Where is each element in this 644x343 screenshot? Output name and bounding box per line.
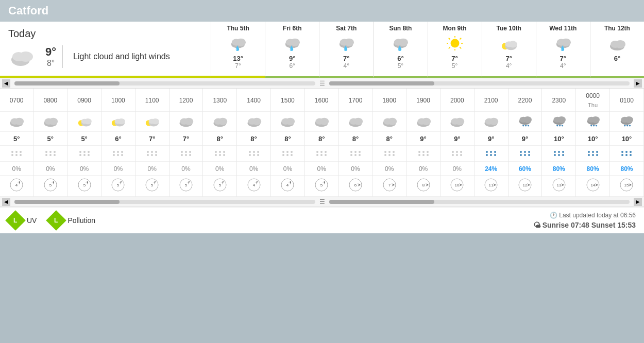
hour-rain-pct-5: 0%: [169, 162, 203, 176]
svg-text:5: 5: [117, 183, 120, 187]
day-temp-high: 6°: [376, 55, 425, 62]
day-icon: 💧: [321, 34, 371, 53]
hour-label-10: 1700: [338, 89, 372, 112]
hour-icon-2: [67, 112, 101, 132]
hour-wind-8: 4: [270, 176, 304, 197]
hour-rain-icon-1: [33, 146, 67, 162]
svg-point-101: [587, 117, 595, 123]
svg-point-191: [460, 151, 462, 153]
hour-label-3: 1000: [101, 89, 135, 112]
svg-point-34: [557, 39, 566, 46]
svg-point-193: [456, 154, 458, 156]
hour-temp-3: 6°: [101, 132, 135, 146]
svg-point-121: [49, 154, 52, 156]
hour-rain-pct-2: 0%: [67, 162, 101, 176]
hourly-temp-row: 5°5°5°6°7°7°8°8°8°8°8°8°9°9°9°9°10°10°10…: [0, 132, 644, 146]
svg-point-126: [79, 154, 81, 156]
hour-wind-1: 5: [33, 176, 67, 197]
svg-point-196: [490, 151, 492, 153]
hour-rain-icon-4: [135, 146, 169, 162]
svg-point-214: [592, 151, 594, 153]
hour-rain-pct-14: 24%: [474, 162, 508, 176]
svg-point-113: [20, 151, 22, 153]
svg-point-122: [54, 154, 56, 156]
svg-point-153: [249, 151, 251, 153]
svg-point-176: [359, 154, 361, 156]
svg-point-103: [593, 125, 595, 126]
hour-wind-10: 6: [338, 176, 372, 197]
svg-point-123: [79, 151, 81, 153]
svg-point-107: [621, 117, 629, 123]
forecast-day-0[interactable]: Thu 5th 💧 13° 7°: [211, 22, 265, 78]
day-temp-low: 5°: [376, 62, 425, 70]
hourly-table: 0700080009001000110012001300140015001600…: [0, 89, 644, 197]
svg-point-89: [519, 117, 527, 123]
svg-point-56: [149, 119, 156, 124]
forecast-day-5[interactable]: Tue 10th 7° 4°: [482, 22, 536, 78]
hour-temp-12: 9°: [406, 132, 440, 146]
svg-point-189: [452, 151, 454, 153]
svg-point-180: [384, 154, 386, 156]
today-details: 9° 8° Light cloud and light winds: [8, 44, 202, 70]
svg-point-145: [185, 154, 187, 156]
svg-point-134: [121, 154, 123, 156]
scroll-right-btn[interactable]: ▶: [634, 79, 642, 88]
svg-marker-265: [459, 183, 462, 186]
svg-text:10: 10: [455, 183, 460, 187]
day-label: Thu 12th: [592, 25, 642, 32]
day-label: Mon 9th: [430, 25, 480, 32]
svg-point-188: [427, 154, 429, 156]
location-title: Catford: [8, 4, 48, 17]
svg-point-166: [320, 151, 323, 153]
scroll-thumb2: [329, 81, 434, 85]
forecast-day-1[interactable]: Fri 6th 💧 9° 6°: [265, 22, 319, 78]
hour-rain-icon-13: [440, 146, 474, 162]
day-temp-low: 5°: [430, 62, 480, 70]
hour-label-11: 1800: [372, 89, 406, 112]
bottom-scrollbar[interactable]: ◀ ☰ ▶: [0, 197, 644, 207]
hour-icon-13: [440, 112, 474, 132]
forecast-day-2[interactable]: Sat 7th 💧 7° 4°: [319, 22, 374, 78]
hour-wind-15: 12: [508, 176, 542, 197]
svg-point-108: [624, 125, 626, 126]
svg-point-185: [427, 151, 429, 153]
svg-point-208: [558, 151, 560, 153]
day-temp-high: 7°: [538, 55, 588, 62]
top-scrollbar[interactable]: ◀ ☰ ▶: [0, 78, 644, 89]
svg-point-41: [11, 118, 19, 125]
hour-label-16: 2300: [542, 89, 576, 112]
hour-wind-3: 5: [101, 176, 135, 197]
hour-rain-pct-16: 80%: [542, 162, 576, 176]
bottom-scroll-right-btn[interactable]: ▶: [634, 198, 642, 206]
hour-label-8: 1500: [270, 89, 304, 112]
hour-label-5: 1200: [169, 89, 203, 112]
svg-point-125: [88, 151, 90, 153]
day-icon: 💧: [538, 34, 588, 53]
svg-point-91: [525, 125, 527, 126]
hour-label-2: 0900: [67, 89, 101, 112]
svg-point-98: [562, 125, 563, 126]
forecast-day-3[interactable]: Sun 8th 💧 6° 5°: [374, 22, 428, 78]
hourly-time-row: 0700080009001000110012001300140015001600…: [0, 89, 644, 112]
day-temp-high: 13°: [213, 55, 263, 62]
forecast-day-4[interactable]: Mon 9th 7° 5°: [428, 22, 482, 78]
svg-point-182: [393, 154, 395, 156]
hour-temp-5: 7°: [169, 132, 203, 146]
bottom-scroll-left-btn[interactable]: ◀: [2, 198, 10, 206]
hour-label-1: 0800: [33, 89, 67, 112]
hour-rain-pct-15: 60%: [508, 162, 542, 176]
svg-point-216: [588, 154, 590, 156]
svg-point-156: [249, 154, 251, 156]
svg-point-162: [282, 154, 284, 156]
svg-point-163: [286, 154, 289, 156]
hour-icon-12: [406, 112, 440, 132]
svg-point-96: [556, 125, 558, 126]
forecast-day-7[interactable]: Thu 12th 6°: [590, 22, 644, 78]
scroll-left-btn[interactable]: ◀: [2, 79, 10, 88]
hour-rain-icon-2: [67, 146, 101, 162]
svg-point-92: [528, 125, 529, 126]
svg-text:4: 4: [252, 183, 255, 187]
forecast-day-6[interactable]: Wed 11th 💧 7° 4°: [536, 22, 590, 78]
hour-rain-pct-17: 80%: [576, 162, 610, 176]
svg-text:💧: 💧: [343, 45, 349, 51]
